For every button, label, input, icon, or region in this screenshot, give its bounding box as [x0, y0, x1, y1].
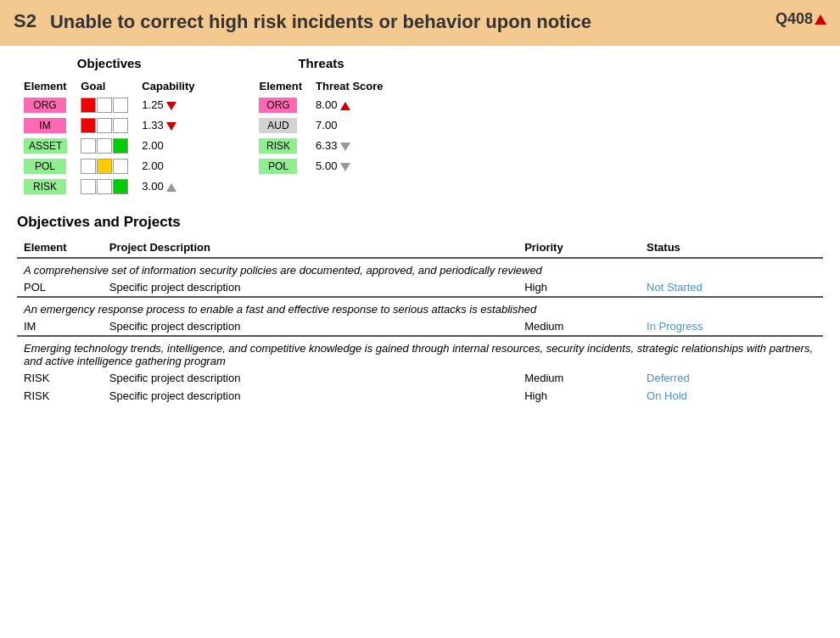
proj-col-element: Element	[17, 238, 103, 258]
threat-element-cell: AUD	[252, 115, 309, 136]
threat-score-cell: 8.00	[309, 95, 389, 115]
threats-table: Element Threat Score ORG 8.00 AUD 7.00 R…	[252, 77, 389, 176]
proj-description: Specific project description	[103, 278, 518, 297]
goal-block	[97, 138, 112, 154]
goal-block	[81, 98, 96, 113]
group-description: Emerging technology trends, intelligence…	[17, 336, 823, 369]
goal-cell	[74, 176, 135, 197]
threat-col-score: Threat Score	[309, 77, 389, 95]
element-cell: ORG	[17, 95, 74, 115]
goal-block	[81, 118, 96, 133]
goal-blocks	[81, 159, 128, 174]
arrow-up-red-icon	[340, 102, 350, 110]
main-content: Objectives Element Goal Capability ORG 1…	[0, 46, 840, 415]
proj-description: Specific project description	[103, 317, 518, 336]
proj-priority: Medium	[518, 369, 640, 387]
threat-element-label: AUD	[259, 118, 297, 133]
capability-cell: 2.00	[135, 136, 201, 156]
proj-priority: Medium	[518, 317, 640, 336]
group-description-row: Emerging technology trends, intelligence…	[17, 336, 823, 369]
proj-status: Deferred	[640, 369, 823, 387]
threat-element-cell: POL	[252, 156, 309, 176]
group-description-row: An emergency response process to enable …	[17, 297, 823, 317]
capability-cell: 1.33	[135, 115, 201, 136]
goal-block	[81, 159, 96, 174]
header-left: S2 Unable to correct high risk incidents…	[14, 10, 591, 35]
threat-score-cell: 5.00	[309, 156, 389, 176]
group-description: An emergency response process to enable …	[17, 297, 823, 317]
proj-description: Specific project description	[103, 387, 518, 405]
trend-up-icon	[815, 14, 826, 25]
header-title: Unable to correct high risk incidents or…	[50, 10, 591, 35]
objectives-title: Objectives	[17, 56, 201, 70]
list-item: POL Specific project description High No…	[17, 278, 823, 297]
goal-cell	[74, 95, 135, 115]
obj-col-capability: Capability	[135, 77, 201, 95]
goal-cell	[74, 156, 135, 176]
threat-score-cell: 7.00	[309, 115, 389, 136]
projects-table: Element Project Description Priority Sta…	[17, 238, 823, 405]
goal-block	[97, 118, 112, 133]
threat-element-cell: ORG	[252, 95, 309, 115]
arrow-down-red-icon	[166, 122, 176, 131]
arrow-up-gray-icon	[166, 183, 176, 192]
goal-blocks	[81, 138, 128, 154]
goal-block	[97, 179, 112, 194]
table-row: RISK 3.00	[17, 176, 201, 197]
threat-col-element: Element	[252, 77, 309, 95]
proj-col-priority: Priority	[518, 238, 640, 258]
element-label: RISK	[24, 179, 66, 194]
proj-priority: High	[518, 278, 640, 297]
page-header: S2 Unable to correct high risk incidents…	[0, 0, 840, 46]
projects-section: Objectives and Projects Element Project …	[17, 214, 823, 405]
arrow-down-red-icon	[166, 102, 176, 110]
table-row: RISK 6.33	[252, 136, 389, 156]
goal-block	[97, 98, 112, 113]
obj-col-element: Element	[17, 77, 74, 95]
proj-priority: High	[518, 387, 640, 405]
threats-title: Threats	[252, 56, 389, 70]
element-label: ORG	[24, 98, 66, 113]
goal-blocks	[81, 98, 128, 113]
projects-title: Objectives and Projects	[17, 214, 823, 232]
objectives-section: Objectives Element Goal Capability ORG 1…	[17, 56, 201, 197]
element-cell: RISK	[17, 176, 74, 197]
proj-status: Not Started	[640, 278, 823, 297]
objectives-table: Element Goal Capability ORG 1.25 IM 1.33…	[17, 77, 201, 197]
list-item: RISK Specific project description High O…	[17, 387, 823, 405]
threat-element-label: POL	[259, 159, 297, 174]
element-label: ASSET	[24, 138, 67, 154]
goal-block	[113, 118, 128, 133]
table-row: POL 5.00	[252, 156, 389, 176]
proj-element: POL	[17, 278, 103, 297]
goal-block	[113, 179, 128, 194]
element-label: POL	[24, 159, 66, 174]
header-q-code: Q408	[776, 10, 826, 28]
element-label: IM	[24, 118, 66, 133]
group-description-row: A comprehensive set of information secur…	[17, 258, 823, 278]
table-row: ORG 1.25	[17, 95, 201, 115]
capability-cell: 1.25	[135, 95, 201, 115]
obj-col-goal: Goal	[74, 77, 135, 95]
goal-block	[97, 159, 112, 174]
threat-element-label: ORG	[259, 98, 297, 113]
goal-blocks	[81, 118, 128, 133]
goal-block	[81, 179, 96, 194]
table-row: IM 1.33	[17, 115, 201, 136]
threat-element-label: RISK	[259, 138, 297, 154]
proj-element: IM	[17, 317, 103, 336]
proj-status: In Progress	[640, 317, 823, 336]
capability-cell: 3.00	[135, 176, 201, 197]
table-row: AUD 7.00	[252, 115, 389, 136]
threats-section: Threats Element Threat Score ORG 8.00 AU…	[252, 56, 389, 197]
list-item: IM Specific project description Medium I…	[17, 317, 823, 336]
proj-status: On Hold	[640, 387, 823, 405]
element-cell: POL	[17, 156, 74, 176]
goal-blocks	[81, 179, 128, 194]
goal-cell	[74, 115, 135, 136]
goal-cell	[74, 136, 135, 156]
element-cell: ASSET	[17, 136, 74, 156]
goal-block	[81, 138, 96, 154]
proj-description: Specific project description	[103, 369, 518, 387]
list-item: RISK Specific project description Medium…	[17, 369, 823, 387]
